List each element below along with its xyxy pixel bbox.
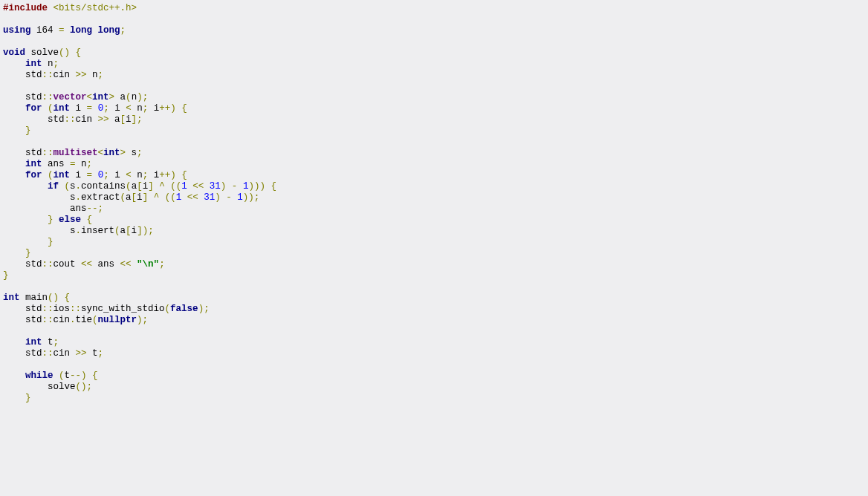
code-token [159, 192, 165, 203]
code-token: { [271, 181, 276, 192]
code-token: { [76, 48, 82, 58]
code-token: = [70, 159, 76, 169]
code-token [181, 192, 187, 203]
code-token: t [65, 371, 71, 381]
code-token [59, 293, 65, 303]
code-token: i [148, 103, 159, 114]
code-token: n [132, 92, 137, 102]
code-token: :: [65, 114, 76, 125]
code-token: (); [76, 382, 93, 392]
code-token: . [76, 192, 82, 203]
code-token: ++) [159, 170, 176, 180]
code-token [3, 81, 25, 91]
code-token: i [109, 170, 126, 180]
code-token [3, 371, 25, 381]
code-token: n [87, 70, 98, 80]
code-token [3, 359, 25, 370]
code-token [3, 159, 25, 169]
code-token: int [3, 293, 20, 303]
code-token: int [103, 148, 120, 158]
code-token: ] [143, 192, 149, 203]
code-token: ios [54, 304, 71, 314]
code-token: for [25, 170, 42, 180]
code-token: a [109, 114, 120, 125]
code-token: < [87, 92, 93, 102]
code-token: cin [54, 348, 76, 359]
code-token [3, 237, 48, 247]
code-token: ( [114, 226, 120, 236]
code-token [226, 181, 232, 192]
code-token: :: [42, 315, 54, 325]
code-token: a [132, 181, 137, 192]
code-token: multiset [54, 148, 98, 158]
code-token: <bits/stdc++.h> [54, 3, 137, 13]
code-token [54, 215, 59, 225]
code-token: )); [243, 192, 260, 203]
code-token: - [226, 192, 232, 203]
code-token: :: [42, 148, 54, 158]
code-token: < [98, 148, 104, 158]
code-token: 0 [98, 170, 104, 180]
code-token: ; [159, 259, 165, 270]
code-token: cout [54, 259, 82, 270]
code-token: >> [98, 114, 109, 125]
code-token [65, 25, 71, 36]
code-token: ( [65, 181, 71, 192]
code-token: int [25, 159, 42, 169]
code-token: [ [132, 192, 137, 203]
code-token: } [48, 237, 54, 247]
code-token: std [3, 259, 42, 270]
code-token: std [3, 114, 65, 125]
code-token: } [3, 270, 9, 281]
code-token: ; [98, 70, 104, 80]
code-token: { [65, 293, 71, 303]
code-token: cin [54, 315, 71, 325]
code-token: } [25, 393, 31, 403]
code-token: ( [59, 371, 65, 381]
code-token: ); [137, 315, 148, 325]
code-token: n [76, 159, 87, 169]
code-token: sync_with_stdio [81, 304, 165, 314]
code-token: --) [70, 371, 87, 381]
code-token: false [170, 304, 198, 314]
code-token: :: [70, 304, 81, 314]
code-token [70, 48, 76, 58]
code-token: } [25, 248, 31, 258]
code-token: << [187, 192, 198, 203]
code-token: ( [48, 170, 54, 180]
code-token: ; [98, 348, 104, 359]
code-token: :: [42, 259, 54, 270]
code-token [3, 59, 25, 69]
code-token: i [126, 114, 132, 125]
code-token: ; [137, 148, 143, 158]
code-token: :: [42, 304, 54, 314]
code-token [237, 181, 243, 192]
code-token [148, 192, 154, 203]
code-token: 31 [210, 181, 221, 192]
code-token [92, 103, 98, 114]
code-token: using [3, 25, 31, 36]
code-token: ( [165, 304, 171, 314]
code-token: < [126, 103, 132, 114]
code-token [48, 3, 54, 13]
code-token: i [70, 170, 87, 180]
code-token: solve [3, 382, 76, 392]
code-token: --; [87, 203, 104, 214]
code-token: else [59, 215, 81, 225]
code-token: t [87, 348, 98, 359]
code-token: ( [92, 315, 98, 325]
code-token: n [132, 103, 143, 114]
code-token: ( [126, 92, 132, 102]
code-token: 0 [98, 103, 104, 114]
code-token: int [54, 103, 71, 114]
code-token: } [48, 215, 54, 225]
code-token: 1 [181, 181, 187, 192]
code-token [3, 103, 25, 114]
code-token: ; [54, 59, 59, 69]
code-token: int [25, 337, 42, 347]
code-token: std [3, 92, 42, 102]
code-token: i [109, 103, 126, 114]
code-token: int [92, 92, 109, 102]
code-token: i64 [31, 25, 59, 36]
code-token: vector [54, 92, 87, 102]
